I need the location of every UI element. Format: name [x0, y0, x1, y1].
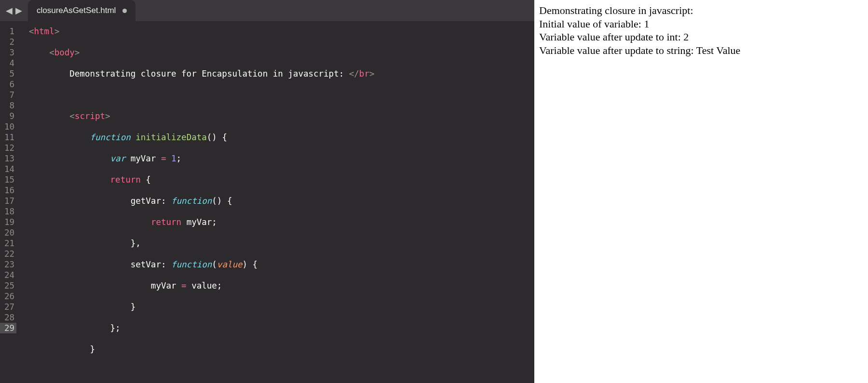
code-line[interactable]: Demonstrating closure for Encapsulation …: [29, 68, 534, 79]
code-line[interactable]: setVar: function(value) {: [29, 259, 534, 270]
code-line[interactable]: return myVar;: [29, 217, 534, 227]
code-line[interactable]: <script>: [29, 111, 534, 121]
line-number: 6: [0, 79, 16, 90]
line-number: 17: [0, 196, 16, 206]
code-editor-pane: ◀ ▶ closureAsGetSet.html 123456789101112…: [0, 0, 534, 383]
line-number: 5: [0, 68, 16, 79]
line-number: 15: [0, 174, 16, 185]
code-line[interactable]: };: [29, 323, 534, 333]
nav-forward-icon[interactable]: ▶: [15, 5, 22, 16]
nav-back-icon[interactable]: ◀: [6, 5, 13, 16]
line-number: 24: [0, 270, 16, 280]
code-content[interactable]: <html> <body> Demonstrating closure for …: [22, 21, 534, 383]
line-number: 9: [0, 111, 16, 121]
code-line[interactable]: <body>: [29, 47, 534, 58]
code-line[interactable]: function initializeData() {: [29, 132, 534, 143]
code-line[interactable]: <html>: [29, 26, 534, 37]
line-number: 7: [0, 90, 16, 100]
tab-dirty-icon: [122, 9, 127, 13]
line-number: 10: [0, 121, 16, 132]
output-line: Initial value of variable: 1: [539, 17, 863, 31]
editor-tab[interactable]: closureAsGetSet.html: [28, 0, 136, 21]
line-number: 8: [0, 100, 16, 111]
line-number: 21: [0, 238, 16, 249]
output-line: Variable value after update to int: 2: [539, 30, 863, 44]
tab-filename: closureAsGetSet.html: [37, 6, 116, 15]
line-number: 19: [0, 217, 16, 227]
tab-bar: ◀ ▶ closureAsGetSet.html: [0, 0, 534, 21]
code-line[interactable]: [29, 90, 534, 100]
line-number: 3: [0, 47, 16, 58]
line-number: 13: [0, 153, 16, 164]
line-number-gutter: 1234567891011121314151617181920212223242…: [0, 21, 22, 383]
line-number: 11: [0, 132, 16, 143]
line-number: 18: [0, 206, 16, 217]
output-line: Demonstrating closure in javascript:: [539, 4, 863, 17]
line-number: 12: [0, 143, 16, 153]
nav-arrows: ◀ ▶: [0, 5, 28, 16]
line-number: 23: [0, 259, 16, 270]
line-number: 25: [0, 280, 16, 291]
line-number: 4: [0, 58, 16, 68]
line-number: 14: [0, 164, 16, 174]
code-line[interactable]: myVar = value;: [29, 280, 534, 291]
code-line[interactable]: [29, 365, 534, 376]
line-number: 28: [0, 312, 16, 323]
code-line[interactable]: getVar: function() {: [29, 196, 534, 206]
output-line: Variable value after update to string: T…: [539, 44, 863, 57]
code-line[interactable]: },: [29, 238, 534, 249]
code-line[interactable]: return {: [29, 174, 534, 185]
code-line[interactable]: var myVar = 1;: [29, 153, 534, 164]
line-number: 16: [0, 185, 16, 196]
line-number: 2: [0, 37, 16, 47]
code-line[interactable]: }: [29, 302, 534, 312]
line-number: 29: [0, 323, 16, 333]
line-number: 27: [0, 302, 16, 312]
code-area[interactable]: 1234567891011121314151617181920212223242…: [0, 21, 534, 383]
code-line[interactable]: }: [29, 344, 534, 355]
line-number: 20: [0, 227, 16, 238]
line-number: 1: [0, 26, 16, 37]
line-number: 26: [0, 291, 16, 302]
line-number: 22: [0, 249, 16, 259]
browser-preview-pane: Demonstrating closure in javascript: Ini…: [534, 0, 868, 383]
